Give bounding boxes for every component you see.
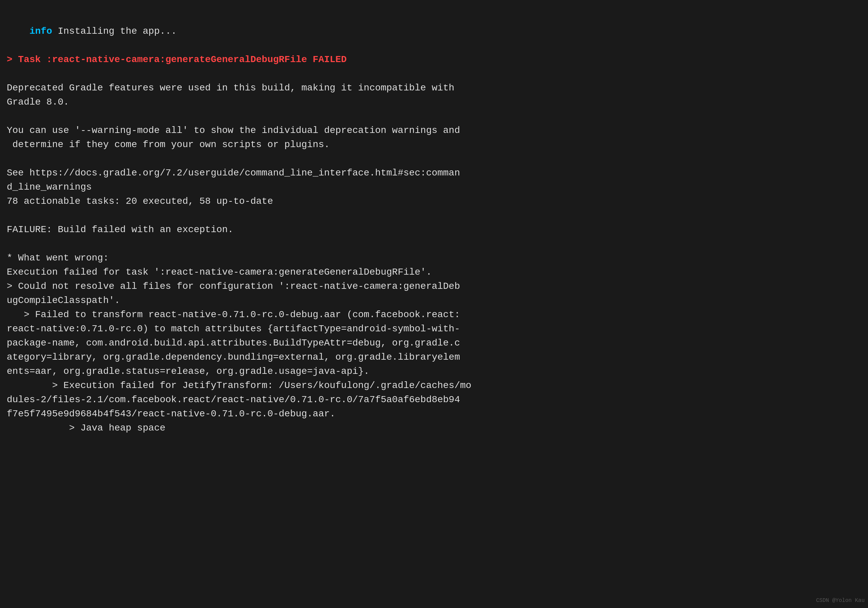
line-failure: FAILURE: Build failed with an exception. (7, 223, 861, 237)
line-failed-transform-4: ategory=library, org.gradle.dependency.b… (7, 350, 861, 364)
blank-1 (7, 67, 861, 81)
line-warning-2: determine if they come from your own scr… (7, 138, 861, 152)
line-see-url-1: See https://docs.gradle.org/7.2/userguid… (7, 166, 861, 180)
line-execution-jetify-2: dules-2/files-2.1/com.facebook.react/rea… (7, 393, 861, 407)
info-keyword: info (29, 26, 52, 36)
blank-3 (7, 152, 861, 166)
line-failed-transform-2: react-native:0.71.0-rc.0) to match attri… (7, 322, 861, 336)
line1-rest: Installing the app... (52, 26, 177, 36)
blank-2 (7, 109, 861, 123)
line-failed-transform-5: ents=aar, org.gradle.status=release, org… (7, 364, 861, 379)
line-gradle-version: Gradle 8.0. (7, 95, 861, 109)
line-could-not-resolve-1: > Could not resolve all files for config… (7, 279, 861, 294)
line-execution-jetify-3: f7e5f7495e9d9684b4f543/react-native-0.71… (7, 407, 861, 421)
line-warning-1: You can use '--warning-mode all' to show… (7, 123, 861, 138)
blank-4 (7, 208, 861, 223)
line-execution-failed: Execution failed for task ':react-native… (7, 265, 861, 279)
line-could-not-resolve-2: ugCompileClasspath'. (7, 294, 861, 308)
watermark: CSDN @Yolon Kau (816, 597, 865, 605)
line-deprecated-1: Deprecated Gradle features were used in … (7, 81, 861, 95)
line-actionable-tasks: 78 actionable tasks: 20 executed, 58 up-… (7, 194, 861, 208)
line-what-went-wrong: * What went wrong: (7, 251, 861, 265)
line-see-url-2: d_line_warnings (7, 180, 861, 194)
line-failed-transform-3: package-name, com.android.build.api.attr… (7, 336, 861, 350)
line-execution-jetify-1: > Execution failed for JetifyTransform: … (7, 379, 861, 393)
line-failed-transform-1: > Failed to transform react-native-0.71.… (7, 308, 861, 322)
line-java-heap: > Java heap space (7, 421, 861, 435)
line-info: info Installing the app... (7, 10, 861, 53)
line-task-failed: > Task :react-native-camera:generateGene… (7, 53, 861, 67)
blank-5 (7, 237, 861, 251)
terminal-container: info Installing the app... > Task :react… (7, 10, 861, 435)
